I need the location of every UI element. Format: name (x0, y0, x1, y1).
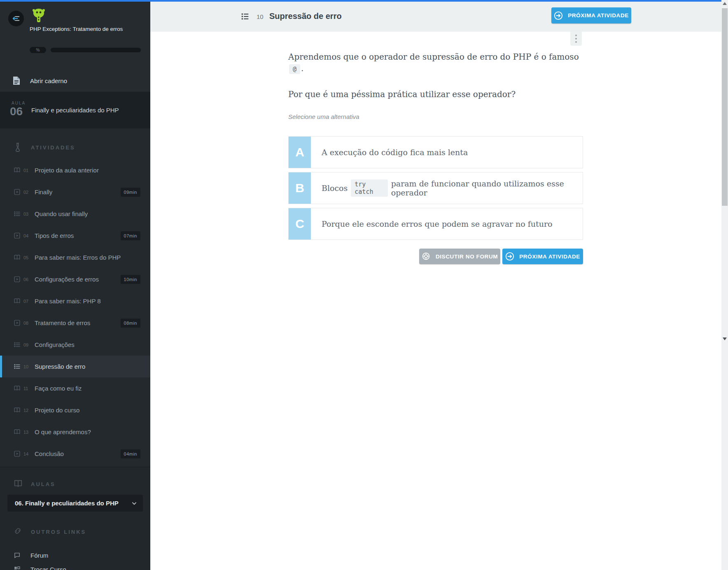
video-icon (14, 232, 21, 239)
question-intro-period: . (301, 63, 303, 73)
other-links-label: OUTROS LINKS (31, 529, 86, 535)
alternative-letter: A (289, 137, 311, 168)
question-prompt: Por que é uma péssima prática utilizar e… (288, 88, 583, 100)
alternative-text: Blocos (322, 184, 348, 193)
alternative-text: Porque ele esconde erros que podem se ag… (322, 219, 552, 228)
question-instruction: Selecione uma alternativa (288, 113, 583, 120)
collapse-sidebar-button[interactable] (8, 11, 24, 26)
duration-badge: 07min (121, 231, 140, 240)
duration-badge: 04min (121, 449, 140, 458)
lesson-title: Finally e peculiaridades do PHP (31, 92, 142, 128)
list-icon (14, 363, 21, 370)
sidebar-item-projeto-do-curso[interactable]: 12 Projeto do curso (0, 399, 150, 421)
kebab-icon (575, 35, 577, 36)
book-icon (14, 428, 21, 435)
sidebar-item-conclusao[interactable]: 14 Conclusão 04min (0, 443, 150, 465)
scrollbar[interactable] (721, 0, 728, 570)
video-icon (14, 276, 21, 283)
php-elephant-logo (29, 7, 47, 25)
book-icon (14, 298, 21, 305)
arrow-circle-icon (505, 252, 514, 261)
open-notebook-label: Abrir caderno (30, 77, 67, 84)
kebab-menu-button[interactable] (570, 32, 582, 46)
inline-code-chip: @ (289, 64, 300, 74)
scrollbar-down-arrow-icon[interactable] (723, 337, 727, 340)
chat-icon (14, 552, 21, 559)
sidebar: PHP Exceptions: Tratamento de erros % Ab… (0, 2, 150, 570)
top-accent-bar (0, 0, 721, 2)
sidebar-item-supressao-de-erro[interactable]: 10 Supressão de erro (0, 356, 150, 377)
discuss-forum-button[interactable]: DISCUTIR NO FORUM (419, 249, 500, 264)
forum-lifebuoy-icon (422, 252, 431, 261)
book-icon (14, 407, 21, 414)
aulas-section: AULAS 06. Finally e peculiaridades do PH… (0, 468, 150, 526)
content-header: 10 Supressão de erro PRÓXIMA ATIVIDADE (150, 2, 721, 32)
activities-section: ATIVIDADES 01 Projeto da aula anterior 0… (0, 128, 150, 468)
progress-percent-badge: % (30, 47, 46, 53)
duration-badge: 10min (121, 275, 140, 284)
sidebar-item-o-que-aprendemos[interactable]: 13 O que aprendemos? (0, 421, 150, 443)
sidebar-item-projeto-da-aula-anterior[interactable]: 01 Projeto da aula anterior (0, 159, 150, 181)
alternative-a[interactable]: A A execução do código fica mais lenta (288, 136, 583, 168)
page-title: Supressão de erro (269, 12, 342, 21)
lesson-select-dropdown[interactable]: 06. Finally e peculiaridades do PHP (7, 495, 143, 512)
alternative-letter: B (289, 172, 311, 204)
book-icon (14, 167, 21, 174)
alternative-b[interactable]: B Blocos try catch param de funcionar qu… (288, 172, 583, 204)
sidebar-item-finally[interactable]: 02 Finally 09min (0, 181, 150, 203)
sidebar-item-tratamento-de-erros[interactable]: 08 Tratamento de erros 08min (0, 312, 150, 334)
sidebar-item-para-saber-mais-erros-do-php[interactable]: 05 Para saber mais: Erros do PHP (0, 247, 150, 268)
activities-section-label: ATIVIDADES (31, 144, 75, 151)
sidebar-item-configuracoes-de-erros[interactable]: 06 Configurações de erros 10min (0, 268, 150, 290)
scrollbar-thumb[interactable] (722, 8, 728, 206)
duration-badge: 08min (121, 319, 140, 328)
current-lesson-banner: AULA 06 Finally e peculiaridades do PHP (0, 92, 150, 128)
book-icon (14, 385, 21, 392)
discuss-forum-label: DISCUTIR NO FORUM (436, 254, 498, 260)
flask-icon (14, 142, 22, 152)
aulas-section-header: AULAS (0, 478, 150, 490)
arrow-circle-icon (554, 11, 563, 20)
sidebar-header: PHP Exceptions: Tratamento de erros % Ab… (0, 2, 150, 92)
activity-type-list-icon (240, 12, 250, 21)
sidebar-link-trocar-curso[interactable]: Trocar Curso (0, 562, 150, 570)
alternatives-list: A A execução do código fica mais lenta B… (288, 136, 583, 240)
activities-section-header: ATIVIDADES (0, 142, 150, 153)
book-icon (14, 254, 21, 261)
grid-icon (14, 566, 21, 570)
aulas-section-label: AULAS (31, 481, 56, 487)
video-icon (14, 450, 21, 457)
sidebar-item-configuracoes[interactable]: 09 Configurações (0, 334, 150, 356)
question-panel: Aprendemos que o operador de supressão d… (288, 51, 583, 264)
alternative-c[interactable]: C Porque ele esconde erros que podem se … (288, 208, 583, 240)
main-content: 10 Supressão de erro PRÓXIMA ATIVIDADE A… (150, 2, 721, 570)
open-notebook-link[interactable]: Abrir caderno (0, 72, 150, 89)
list-icon (14, 341, 21, 348)
sidebar-item-quando-usar-finally[interactable]: 03 Quando usar finally (0, 203, 150, 225)
lesson-select-value: 06. Finally e peculiaridades do PHP (15, 500, 131, 507)
alternative-text: A execução do código fica mais lenta (322, 148, 468, 157)
sidebar-item-tipos-de-erros[interactable]: 04 Tipos de erros 07min (0, 225, 150, 247)
inline-code-chip: try catch (351, 179, 387, 197)
sidebar-link-forum[interactable]: Fórum (0, 548, 150, 562)
next-activity-label: PRÓXIMA ATIVIDADE (519, 254, 580, 260)
course-title: PHP Exceptions: Tratamento de erros (30, 26, 124, 33)
sidebar-item-faca-como-eu-fiz[interactable]: 11 Faça como eu fiz (0, 377, 150, 399)
document-icon (13, 76, 20, 85)
sidebar-item-para-saber-mais-php-8[interactable]: 07 Para saber mais: PHP 8 (0, 290, 150, 312)
other-links-header: OUTROS LINKS (0, 526, 150, 537)
progress-bar (51, 48, 141, 52)
question-actions: DISCUTIR NO FORUM PRÓXIMA ATIVIDADE (288, 249, 583, 264)
video-icon (14, 188, 21, 195)
link-icon (14, 527, 22, 537)
next-activity-button-bottom[interactable]: PRÓXIMA ATIVIDADE (502, 249, 583, 264)
next-activity-button-top[interactable]: PRÓXIMA ATIVIDADE (551, 7, 631, 23)
scrollbar-up-arrow-icon[interactable] (723, 2, 727, 5)
screen: PHP Exceptions: Tratamento de erros % Ab… (0, 0, 728, 570)
other-links-section: OUTROS LINKS Fórum Trocar Curso (0, 526, 150, 570)
collapse-sidebar-icon (12, 14, 21, 23)
question-intro-text: Aprendemos que o operador de supressão d… (288, 52, 579, 62)
chevron-down-icon (131, 500, 137, 506)
open-book-icon (14, 479, 22, 489)
lesson-number: 06 (10, 105, 23, 118)
